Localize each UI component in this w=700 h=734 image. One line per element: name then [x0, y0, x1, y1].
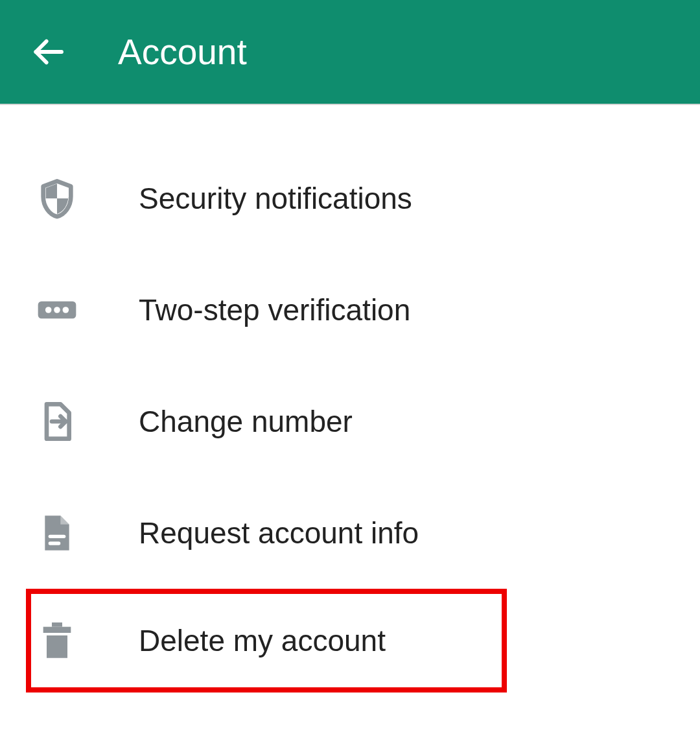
back-arrow-icon	[30, 34, 66, 70]
icon-wrapper	[36, 618, 101, 663]
svg-point-4	[63, 307, 69, 313]
svg-point-2	[45, 307, 52, 313]
settings-label: Two-step verification	[139, 292, 410, 327]
icon-wrapper	[36, 399, 101, 444]
settings-item-delete-my-account[interactable]: Delete my account	[26, 589, 507, 693]
document-icon	[36, 512, 78, 554]
settings-item-security-notifications[interactable]: Security notifications	[26, 143, 700, 254]
settings-item-request-account-info[interactable]: Request account info	[26, 477, 700, 589]
svg-rect-9	[52, 622, 62, 627]
icon-wrapper	[36, 287, 101, 333]
dots-icon	[36, 289, 78, 331]
settings-label: Request account info	[139, 515, 419, 550]
svg-rect-8	[43, 627, 71, 633]
page-title: Account	[118, 31, 247, 73]
back-button[interactable]	[25, 29, 71, 75]
shield-icon	[36, 178, 78, 219]
icon-wrapper	[36, 176, 101, 221]
svg-point-3	[54, 307, 60, 313]
settings-label: Security notifications	[139, 181, 412, 216]
settings-label: Delete my account	[139, 623, 386, 658]
icon-wrapper	[36, 510, 101, 556]
trash-icon	[36, 620, 78, 661]
app-header: Account	[0, 0, 700, 105]
settings-item-two-step-verification[interactable]: Two-step verification	[26, 254, 700, 366]
settings-list: Security notifications Two-step verifica…	[0, 105, 700, 693]
settings-item-change-number[interactable]: Change number	[26, 366, 700, 477]
sim-icon	[36, 401, 78, 442]
settings-label: Change number	[139, 404, 353, 439]
